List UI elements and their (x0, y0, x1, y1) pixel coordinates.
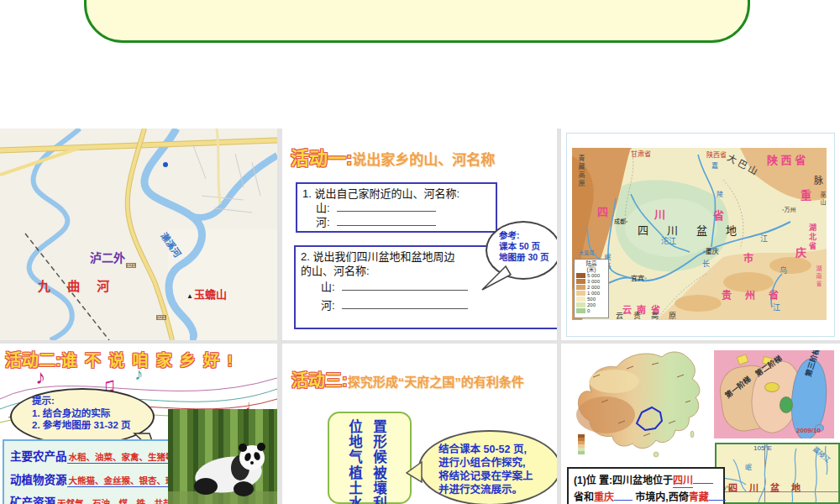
factors-box-item: 水 利 (329, 496, 410, 504)
legend-swatch (576, 291, 585, 296)
map-label: 2009/10 (796, 428, 821, 434)
map-label: 第三阶梯 (805, 350, 822, 378)
question-2-river-row: 河: (301, 297, 554, 315)
map-label: 湖北省 (808, 223, 816, 251)
reference-bubble-text: 参考:课本 50 页地图册 30 页 (499, 230, 549, 263)
map-label: 江 (760, 235, 768, 243)
mountain-label: 山: (316, 202, 330, 214)
legend-title: 陆高 (576, 260, 606, 266)
map-label: 陵 (717, 192, 723, 198)
text-segment: 水稻、油菜、家禽、生猪等 (67, 452, 176, 464)
legend-tick: 5 000 (587, 273, 600, 278)
fill-blank[interactable] (693, 474, 713, 484)
map-label: ▲ (186, 293, 193, 300)
factors-box-item: 土 壤 (329, 480, 410, 496)
map-label: 玉蟾山 (194, 289, 227, 300)
slide-city-map[interactable]: 九 曲 河泸二外▲玉蟾山濑溪河321321 (0, 129, 277, 340)
river-label: 河: (321, 299, 335, 312)
slide-activity-3[interactable]: 活动三:探究形成“天府之国”的有利条件 位 置地 形气 候植 被土 壤水 利 结… (282, 344, 557, 504)
task-bubble-text-item: 结合课本 50-52 页, (438, 443, 533, 456)
reference-bubble-text-item: 课本 50 页 (499, 241, 549, 252)
title-banner (84, 0, 750, 43)
fill-blank[interactable] (614, 491, 633, 501)
resources-box: 主要农产品水稻、油菜、家禽、生猪等。动植物资源大熊猫、金丝猴、银杏、珙桐等。矿产… (3, 439, 171, 504)
slide-activity-2[interactable]: 活动二:谁 不 说 咱 家 乡 好 ! ♪♫♪♬♪♩ 提示:1. 结合身边的实际… (0, 344, 277, 504)
text-segment: (1)位 置:四川盆地位于 (574, 475, 673, 486)
slide-location[interactable]: 第一阶梯第二阶梯第三阶梯2009/10 105°E30°N四川盆地嘉陵江岷 (1… (561, 344, 840, 504)
text-segment: 动植物资源 (10, 474, 67, 486)
factors-box: 位 置地 形气 候植 被土 壤水 利 (328, 412, 412, 504)
map-label: ♪ (134, 365, 143, 382)
river-blank[interactable] (342, 299, 468, 309)
sichuan-basin-inset-map: 105°E30°N四川盆地嘉陵江岷 (715, 443, 840, 504)
legend-tick: 200 (587, 302, 596, 307)
activity1-title-prefix: 活动一: (291, 148, 352, 169)
question-2-mountain-row: 山: (301, 278, 554, 297)
question-1-box: 1. 说出自己家附近的山、河名称: 山: 河: (296, 182, 497, 233)
map-label: 大渡河 (579, 250, 594, 255)
mountain-blank[interactable] (337, 202, 436, 212)
map-label: 重 (801, 190, 811, 201)
legend-row: 3 000 (576, 278, 606, 284)
city-map-labels: 九 曲 河泸二外▲玉蟾山濑溪河321321 (0, 129, 277, 340)
map-label: 四川盆地 (638, 225, 755, 236)
map-label: 宜宾◦ (631, 276, 647, 282)
river-blank[interactable] (337, 216, 436, 226)
map-label: 321 (126, 263, 136, 268)
hint-bubble-text-item: 1. 结合身边的实际 (32, 407, 131, 420)
text-segment: 青藏 (689, 491, 709, 504)
legend-unit: (米) (576, 266, 606, 272)
map-label: 第一阶梯 (724, 375, 753, 400)
legend-row: 200 (576, 302, 606, 307)
text-segment: 天然气、石油、煤、铁、井盐等 (55, 498, 182, 504)
map-label: ◦重庆 (703, 249, 719, 255)
legend-rows: 5 0003 0002 0001 0005002000 (576, 272, 606, 313)
slide-sichuan-map[interactable]: 青藏高原甘肃省陕西省陕 西 省大 巴 山脉重庆市湖北省湖南省◦万州巫山四川省成都… (561, 129, 840, 340)
map-label: 105°E (753, 445, 772, 452)
map-label: 青藏高原 (577, 155, 584, 188)
activity3-title-main: 探究形成“天府之国”的有利条件 (348, 375, 524, 389)
legend-swatch (576, 297, 585, 302)
map-label: 省 (713, 210, 724, 221)
map-label: 九 曲 河 (38, 280, 116, 292)
map-label: 四川盆地 (728, 484, 812, 493)
factors-box-item: 植 被 (329, 465, 410, 480)
legend-tick: 0 (587, 308, 590, 313)
slide-activity-1[interactable]: 活动一:说出家乡的山、河名称 1. 说出自己家附近的山、河名称: 山: 河: 2… (282, 129, 557, 340)
bubble-tail (480, 265, 512, 291)
task-bubble-text-item: 进行小组合作探究, (438, 456, 533, 470)
map-label: 濑溪河 (159, 231, 182, 259)
factors-box-item: 位 置 (329, 419, 410, 434)
map-label: 巫山 (820, 192, 826, 207)
mountain-blank[interactable] (342, 281, 468, 291)
map-label: 嘉 (711, 163, 718, 170)
map-label: 沱江 (661, 238, 676, 245)
map-label: 321 (156, 315, 166, 320)
sichuan-basin-map: 青藏高原甘肃省陕西省陕 西 省大 巴 山脉重庆市湖北省湖南省◦万州巫山四川省成都… (572, 148, 827, 320)
hint-bubble-text-item: 提示: (32, 395, 131, 407)
map-label: 江 (773, 304, 780, 312)
terrain-steps-model-photo: 第一阶梯第二阶梯第三阶梯2009/10 (714, 350, 834, 438)
map-label: 乌 (780, 267, 787, 275)
map-label: 岷 (745, 465, 752, 471)
text-segment: 四川 (673, 475, 693, 488)
task-bubble-text-item: 将结论记录在学案上 (438, 470, 533, 483)
map-label: 陕西省 (706, 152, 727, 159)
location-text-box: (1)位 置:四川盆地位于四川省和重庆 市境内,西倚青藏高原,南有 高原,北有山… (567, 467, 725, 504)
map-label: 脉 (814, 176, 823, 186)
hint-bubble-text: 提示:1. 结合身边的实际2. 参考地图册 31-32 页 (32, 395, 131, 432)
map-label: 湖南省 (816, 265, 822, 288)
factors-box-item: 气 候 (329, 449, 410, 465)
map-label: 云贵高原 (616, 312, 686, 320)
activity1-title: 活动一:说出家乡的山、河名称 (291, 143, 495, 170)
fill-blank[interactable] (709, 491, 726, 501)
legend-swatch (576, 285, 585, 290)
legend-tick: 3 000 (587, 279, 600, 284)
map-label: 庆 (795, 247, 806, 258)
legend-swatch (576, 302, 585, 307)
legend-swatch (576, 273, 585, 278)
map-label: ◦万州 (782, 207, 795, 213)
hint-speech-bubble: 提示:1. 结合身边的实际2. 参考地图册 31-32 页 (10, 388, 155, 445)
map-label: 市 (743, 254, 753, 264)
map-label: 贵州省 (722, 291, 792, 301)
